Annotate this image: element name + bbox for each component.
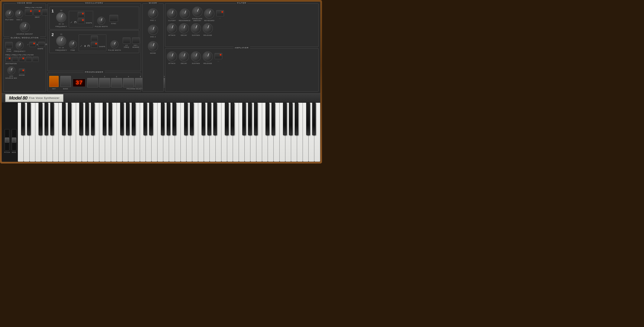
black-key-7[interactable] (68, 103, 71, 135)
black-key-36[interactable] (306, 103, 310, 135)
black-key-35[interactable] (295, 103, 298, 135)
pitch-label: PITCH (4, 151, 10, 153)
black-key-5[interactable] (50, 103, 54, 135)
gm-freq2-btn[interactable] (12, 57, 18, 62)
black-key-31[interactable] (266, 103, 269, 135)
black-key-13[interactable] (120, 103, 124, 135)
source-amount-knob[interactable] (20, 22, 30, 32)
osc2-shape-btn1[interactable] (91, 36, 98, 41)
filt-env-knob[interactable] (5, 10, 14, 18)
black-key-32[interactable] (272, 103, 275, 135)
amp-extra-btn[interactable] (214, 53, 222, 59)
osc2-pw-knob[interactable] (110, 40, 118, 48)
daw-sync-btn[interactable] (5, 42, 12, 48)
filter-on-btn[interactable] (216, 10, 224, 16)
mod-slider[interactable] (12, 129, 16, 150)
black-key-8[interactable] (79, 103, 83, 135)
black-key-24[interactable] (207, 103, 211, 135)
prog-btn-2[interactable] (99, 78, 110, 88)
black-key-26[interactable] (225, 103, 228, 135)
black-key-4[interactable] (44, 103, 48, 135)
osc1-freq-knob[interactable] (56, 12, 66, 22)
filter-on-label: ... (219, 17, 221, 19)
black-key-15[interactable] (132, 103, 135, 135)
prog-btn-3[interactable] (111, 78, 122, 88)
osc1-pw-knob[interactable] (97, 17, 105, 25)
lfo-source-mix-knob[interactable] (7, 66, 15, 74)
black-key-9[interactable] (85, 103, 89, 135)
amp-release-knob[interactable] (203, 51, 213, 62)
pw1-dest-btn[interactable] (34, 10, 41, 15)
pitch-thumb[interactable] (5, 138, 9, 142)
osc1-mix-knob[interactable] (148, 8, 158, 18)
osc2-number: 2 (52, 32, 54, 37)
gm-freq1-btn[interactable] (5, 57, 11, 62)
osc2-knob[interactable] (15, 10, 23, 18)
black-key-17[interactable] (149, 103, 152, 135)
black-key-14[interactable] (126, 103, 129, 135)
osc1-shape-btn1[interactable] (78, 12, 84, 18)
osc2-shape-saw: ⟋ (80, 44, 83, 48)
shape-btn-2[interactable] (38, 42, 45, 47)
black-key-12[interactable] (108, 103, 112, 135)
freq1-dest-btn[interactable] (25, 10, 32, 15)
black-key-22[interactable] (190, 103, 193, 135)
pitch-mod-area: PITCH MOD (4, 129, 16, 153)
black-key-3[interactable] (38, 103, 42, 135)
bank-btn[interactable] (60, 76, 71, 87)
mod-thumb[interactable] (12, 138, 16, 142)
osc2-lofreq-btn[interactable] (123, 38, 130, 44)
osc1-sync-btn[interactable] (110, 15, 118, 22)
black-key-18[interactable] (161, 103, 164, 135)
daw-sync-label: DAWSYNC (6, 48, 12, 52)
black-key-20[interactable] (172, 103, 176, 135)
osc2-shape-btn2[interactable] (91, 42, 98, 48)
gm-pw1-btn[interactable] (19, 57, 25, 62)
black-key-28[interactable] (242, 103, 246, 135)
keyboard-knob[interactable] (204, 8, 214, 19)
osc1-freq-markers: C2 (60, 10, 62, 11)
filter-release-knob[interactable] (203, 23, 213, 34)
black-key-10[interactable] (91, 103, 94, 135)
osc2-fine-knob[interactable] (69, 40, 77, 48)
init-btn[interactable] (49, 76, 58, 87)
black-key-27[interactable] (230, 103, 234, 135)
gm-pw2-btn[interactable] (26, 57, 32, 62)
black-key-23[interactable] (202, 103, 205, 135)
amp-decay-knob[interactable] (179, 51, 189, 62)
filter-section: FILTER CUTOFF RESONANCE ENVELOPEAMOUNT (165, 4, 318, 47)
pitch-slider[interactable] (5, 129, 10, 150)
black-key-21[interactable] (184, 103, 188, 135)
black-key-1[interactable] (21, 103, 24, 135)
osc2-keyboard-btn[interactable] (132, 38, 140, 44)
gm-filter-btn[interactable] (32, 57, 38, 62)
black-key-19[interactable] (167, 103, 170, 135)
prog-btn-4[interactable] (123, 78, 134, 88)
shape-btn-1[interactable] (30, 42, 36, 47)
osc1-shape-btn2[interactable] (78, 18, 84, 24)
black-key-33[interactable] (283, 103, 286, 135)
black-key-37[interactable] (312, 103, 316, 135)
prog-btn-1[interactable] (87, 78, 98, 88)
black-key-34[interactable] (289, 103, 292, 135)
cutoff-knob[interactable] (167, 8, 177, 19)
filter-attack-knob[interactable] (167, 23, 177, 34)
amp-sustain-knob[interactable] (191, 51, 201, 62)
filter-sustain-knob[interactable] (191, 23, 201, 34)
filter-decay-knob[interactable] (179, 23, 189, 34)
black-key-6[interactable] (62, 103, 66, 135)
global-freq-knob[interactable] (16, 41, 24, 50)
black-key-16[interactable] (144, 103, 147, 135)
resonance-knob[interactable] (180, 8, 190, 19)
osc2-freq-knob[interactable] (56, 36, 66, 46)
noise-btn[interactable] (19, 69, 25, 73)
black-key-25[interactable] (213, 103, 217, 135)
black-key-11[interactable] (103, 103, 106, 135)
black-key-29[interactable] (248, 103, 252, 135)
noise-mix-knob[interactable] (148, 41, 158, 51)
osc2-mix-knob[interactable] (148, 25, 158, 35)
env-amount-knob[interactable] (192, 6, 202, 17)
amp-attack-knob[interactable] (167, 51, 177, 62)
black-key-2[interactable] (27, 103, 30, 135)
black-key-30[interactable] (254, 103, 258, 135)
